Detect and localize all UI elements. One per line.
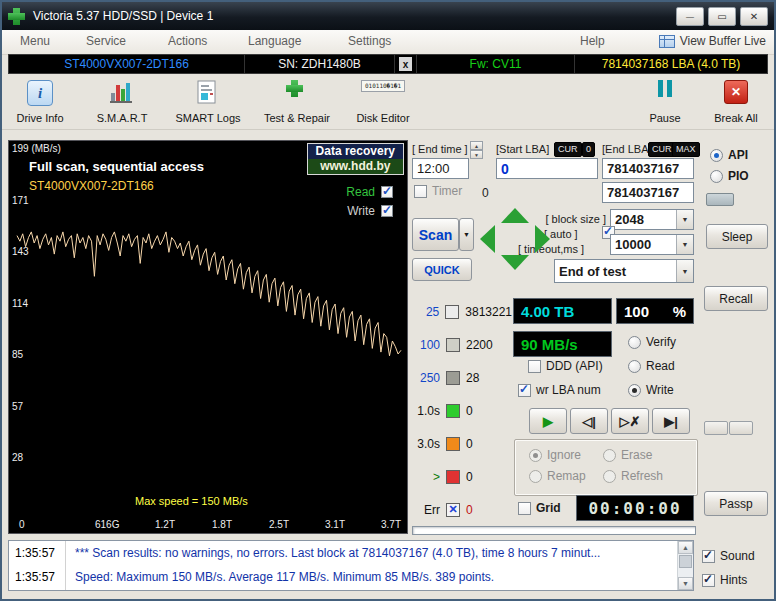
- latency-stat-row: >0: [412, 460, 512, 493]
- hints-checkbox[interactable]: [702, 574, 715, 587]
- timer-checkbox[interactable]: [414, 185, 427, 198]
- erase-radio[interactable]: [603, 449, 616, 462]
- timer-toggle[interactable]: Timer: [414, 184, 462, 198]
- write-plot-checkbox[interactable]: [381, 205, 393, 217]
- menu-item-actions[interactable]: Actions: [168, 34, 207, 48]
- latency-threshold-label: 250: [412, 371, 440, 385]
- infobar-close-box[interactable]: x: [399, 57, 412, 71]
- drive-info-button[interactable]: Drive Info: [8, 77, 72, 127]
- spin-up-icon[interactable]: ▲: [470, 141, 483, 150]
- test-repair-button[interactable]: Test & Repair: [254, 77, 340, 127]
- start-lba-input[interactable]: 0: [496, 158, 598, 179]
- refresh-option[interactable]: Refresh: [603, 469, 663, 483]
- ignore-option[interactable]: Ignore: [529, 448, 581, 462]
- block-size-combo[interactable]: 2048 ▼: [610, 209, 694, 230]
- menu-item-menu[interactable]: Menu: [20, 34, 50, 48]
- menu-item-service[interactable]: Service: [86, 34, 126, 48]
- end-of-test-combo[interactable]: End of test ▼: [554, 259, 694, 283]
- passp-button[interactable]: Passp: [704, 491, 768, 516]
- end-lba-input[interactable]: 7814037167: [602, 158, 694, 179]
- api-radio[interactable]: [710, 149, 723, 162]
- arrow-down-icon[interactable]: [501, 255, 529, 270]
- end-lba-max-button[interactable]: MAX: [672, 142, 700, 157]
- binary-data-icon: [361, 80, 405, 92]
- read-mode-option[interactable]: Read: [628, 359, 675, 373]
- ddd-api-toggle[interactable]: DDD (API): [528, 359, 603, 373]
- playback-jump-end-button[interactable]: ▶|: [652, 408, 690, 434]
- ddd-api-checkbox[interactable]: [528, 360, 541, 373]
- x-axis-tick-label: 0: [19, 519, 25, 530]
- api-mode-option[interactable]: API: [710, 148, 748, 162]
- playback-play-button[interactable]: ▶: [529, 408, 567, 434]
- pio-radio[interactable]: [710, 170, 723, 183]
- read-plot-toggle[interactable]: Read: [346, 185, 393, 199]
- pause-button[interactable]: Pause: [636, 77, 694, 127]
- arrow-left-icon[interactable]: [480, 225, 495, 253]
- y-axis-tick-label: 199 (MB/s): [12, 143, 61, 154]
- start-lba-zero-button[interactable]: 0: [582, 142, 595, 157]
- write-plot-toggle[interactable]: Write: [347, 204, 393, 218]
- disk-editor-label: Disk Editor: [356, 112, 409, 124]
- window-title: Victoria 5.37 HDD/SSD | Device 1: [33, 9, 213, 23]
- menu-item-language[interactable]: Language: [248, 34, 301, 48]
- refresh-radio[interactable]: [603, 470, 616, 483]
- wr-lba-num-checkbox[interactable]: [518, 384, 531, 397]
- smart-button[interactable]: S.M.A.R.T: [86, 77, 158, 127]
- remap-option[interactable]: Remap: [529, 469, 586, 483]
- maximize-button[interactable]: [708, 7, 736, 26]
- log-scrollbar[interactable]: ▲ ▼: [677, 541, 693, 590]
- sound-checkbox[interactable]: [702, 550, 715, 563]
- read-plot-checkbox[interactable]: [381, 186, 393, 198]
- pio-mode-option[interactable]: PIO: [710, 169, 749, 183]
- end-time-spinner[interactable]: ▲▼: [470, 141, 483, 159]
- write-mode-option[interactable]: Write: [628, 383, 674, 397]
- verify-label: Verify: [646, 335, 676, 349]
- smart-logs-button[interactable]: SMART Logs: [168, 77, 248, 127]
- write-radio[interactable]: [628, 384, 641, 397]
- timeout-combo[interactable]: 10000 ▼: [610, 234, 694, 255]
- menu-item-settings[interactable]: Settings: [348, 34, 391, 48]
- chevron-down-icon[interactable]: ▼: [676, 210, 693, 229]
- chevron-down-icon[interactable]: ▼: [676, 235, 693, 254]
- sound-toggle[interactable]: Sound: [702, 549, 755, 563]
- hints-toggle[interactable]: Hints: [702, 573, 747, 587]
- close-button[interactable]: [740, 7, 768, 26]
- small-aux-button-1[interactable]: [704, 421, 728, 435]
- arrow-up-icon[interactable]: [501, 208, 529, 223]
- spin-down-icon[interactable]: ▼: [470, 150, 483, 159]
- verify-radio[interactable]: [628, 336, 641, 349]
- verify-mode-option[interactable]: Verify: [628, 335, 676, 349]
- menu-item-help[interactable]: Help: [580, 34, 605, 48]
- ignore-radio[interactable]: [529, 449, 542, 462]
- scan-dropdown-button[interactable]: ▼: [459, 218, 474, 251]
- chevron-down-icon[interactable]: ▼: [676, 260, 693, 282]
- grid-checkbox[interactable]: [518, 502, 531, 515]
- recall-button[interactable]: Recall: [704, 286, 768, 311]
- wr-lba-num-toggle[interactable]: wr LBA num: [518, 383, 601, 397]
- grid-toggle[interactable]: Grid: [518, 501, 561, 515]
- arrow-right-icon[interactable]: [535, 225, 550, 253]
- scrollbar-thumb[interactable]: [679, 555, 692, 568]
- playback-step-back-button[interactable]: ◁|: [570, 408, 608, 434]
- erase-option[interactable]: Erase: [603, 448, 652, 462]
- sleep-button[interactable]: Sleep: [706, 224, 768, 249]
- latency-threshold-label: 3.0s: [412, 437, 440, 451]
- playback-skip-error-button[interactable]: ▷✗: [611, 408, 649, 434]
- minimize-button[interactable]: [676, 7, 704, 26]
- scroll-down-icon[interactable]: ▼: [678, 577, 693, 590]
- end-time-input[interactable]: 12:00: [412, 158, 469, 179]
- disk-editor-button[interactable]: Disk Editor: [346, 77, 420, 127]
- read-radio[interactable]: [628, 360, 641, 373]
- small-aux-button-2[interactable]: [729, 421, 753, 435]
- quick-button[interactable]: QUICK: [412, 258, 472, 281]
- remap-radio[interactable]: [529, 470, 542, 483]
- activity-led: [706, 193, 734, 206]
- scroll-up-icon[interactable]: ▲: [678, 541, 693, 554]
- latency-threshold-label: 100: [412, 338, 440, 352]
- jog-pad[interactable]: [480, 208, 550, 270]
- scan-button[interactable]: Scan: [412, 218, 459, 251]
- wr-lba-num-label: wr LBA num: [536, 383, 601, 397]
- view-buffer-live[interactable]: View Buffer Live: [659, 34, 766, 48]
- break-all-button[interactable]: Break All: [704, 77, 768, 127]
- start-lba-cur-button[interactable]: CUR: [554, 142, 582, 157]
